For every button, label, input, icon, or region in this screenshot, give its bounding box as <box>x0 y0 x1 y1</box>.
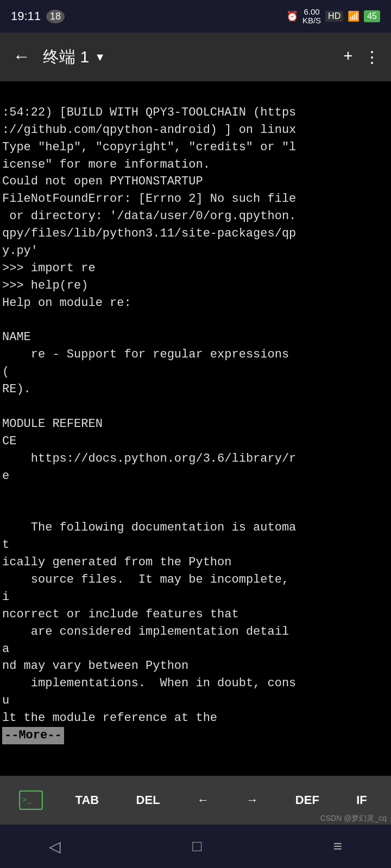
signal-icon: 📶 <box>348 10 360 22</box>
if-button[interactable]: IF <box>350 789 374 812</box>
back-button[interactable]: ← <box>11 42 32 73</box>
terminal-title: 终端 1 ▼ <box>43 46 332 68</box>
battery-indicator: 45 <box>364 10 380 22</box>
nav-bar: ◁ □ ≡ CSDN @梦幻灵_cq <box>0 825 391 868</box>
terminal-icon-button[interactable]: >_ <box>17 789 45 812</box>
dropdown-button[interactable]: ▼ <box>94 51 105 63</box>
status-right: ⏰ 6.00KB/S HD 📶 45 <box>286 8 380 25</box>
tab-button[interactable]: TAB <box>69 789 106 812</box>
status-bar: 19:11 18 ⏰ 6.00KB/S HD 📶 45 <box>0 0 391 33</box>
nav-back-button[interactable]: ◁ <box>43 832 66 861</box>
status-notification: 18 <box>46 10 65 23</box>
nav-recents-button[interactable]: ≡ <box>328 832 348 860</box>
hd-badge: HD <box>325 11 343 22</box>
title-bar-actions: + ⋮ <box>343 47 380 67</box>
speed-indicator: 6.00KB/S <box>302 8 321 25</box>
def-button[interactable]: DEF <box>289 789 326 812</box>
more-menu-button[interactable]: ⋮ <box>364 47 380 67</box>
terminal-output: :54:22) [BUILD WITH QPY3-TOOLCHAIN (http… <box>0 81 391 776</box>
more-indicator: --More-- <box>2 727 64 744</box>
nav-home-button[interactable]: □ <box>187 832 207 860</box>
status-time: 19:11 <box>11 9 41 23</box>
alarm-icon: ⏰ <box>286 10 298 22</box>
del-button[interactable]: DEL <box>130 789 167 812</box>
terminal-text: :54:22) [BUILD WITH QPY3-TOOLCHAIN (http… <box>2 106 296 725</box>
title-bar: ← 终端 1 ▼ + ⋮ <box>0 33 391 81</box>
left-arrow-button[interactable]: ← <box>191 789 216 812</box>
watermark: CSDN @梦幻灵_cq <box>320 814 387 824</box>
add-terminal-button[interactable]: + <box>343 48 353 66</box>
svg-text:>_: >_ <box>22 796 31 805</box>
right-arrow-button[interactable]: → <box>239 789 264 812</box>
status-left: 19:11 18 <box>11 9 65 23</box>
